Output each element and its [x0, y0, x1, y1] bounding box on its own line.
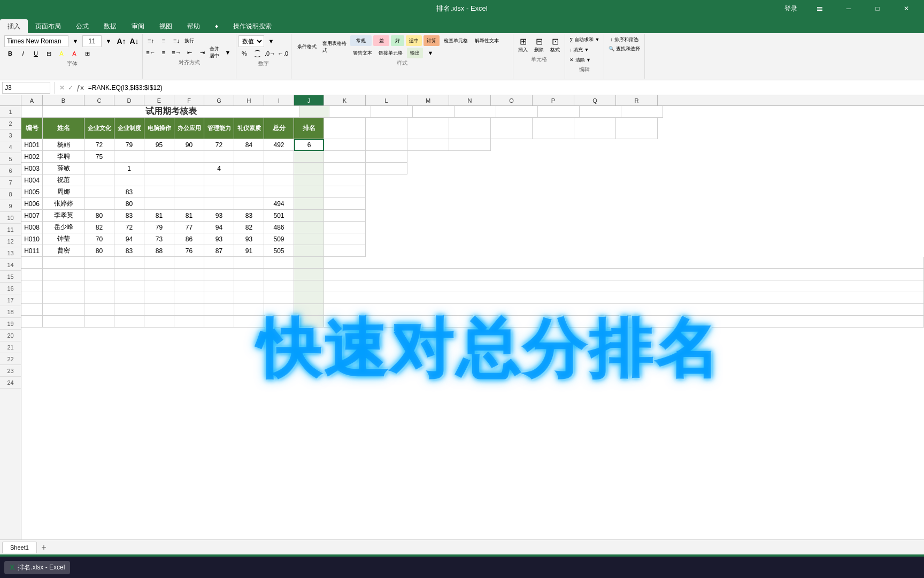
cell-E10[interactable]: 79: [144, 222, 174, 233]
cell-G4[interactable]: [204, 151, 234, 163]
style-dropdown[interactable]: ▼: [425, 48, 436, 58]
cell-I11[interactable]: 509: [264, 233, 294, 245]
font-name-selector[interactable]: Times New Roman: [4, 35, 68, 47]
cell-H8[interactable]: [234, 198, 264, 210]
cell-M2[interactable]: [407, 118, 449, 139]
col-H[interactable]: H: [234, 95, 264, 105]
cell-D8[interactable]: 80: [114, 198, 144, 210]
cell-A10[interactable]: H008: [21, 222, 43, 233]
cell-G5[interactable]: 4: [204, 163, 234, 174]
cell-D10[interactable]: 72: [114, 222, 144, 233]
cell-A12[interactable]: H011: [21, 245, 43, 257]
cell-J8[interactable]: [294, 198, 324, 210]
tab-help[interactable]: 帮助: [180, 19, 207, 33]
italic-button[interactable]: I: [17, 48, 29, 59]
merge-dropdown[interactable]: ▼: [222, 47, 234, 58]
cell-F5[interactable]: [174, 163, 204, 174]
cell-E3[interactable]: 95: [144, 139, 174, 151]
underline-button[interactable]: U: [30, 48, 42, 59]
align-tc[interactable]: ≡: [158, 35, 170, 46]
cell-F7[interactable]: [174, 186, 204, 198]
col-L[interactable]: L: [366, 95, 407, 105]
cell-P2[interactable]: [533, 118, 574, 139]
cell-I8[interactable]: 494: [264, 198, 294, 210]
cell-B11[interactable]: 钟莹: [43, 233, 84, 245]
cell-B7[interactable]: 周娜: [43, 186, 84, 198]
align-left[interactable]: ≡←: [145, 47, 157, 58]
cell-J5[interactable]: [294, 163, 324, 174]
cell-G11[interactable]: 93: [204, 233, 234, 245]
cell-M3[interactable]: [407, 139, 449, 151]
cell-H11[interactable]: 93: [234, 233, 264, 245]
format-btn[interactable]: ⊡ 格式: [548, 35, 563, 55]
cell-F9[interactable]: 81: [174, 210, 204, 222]
style-check[interactable]: 检查单元格: [441, 35, 471, 46]
cell-I2[interactable]: 总分: [264, 118, 294, 139]
cell-F3[interactable]: 90: [174, 139, 204, 151]
cell-J12[interactable]: [294, 245, 324, 257]
cell-J7[interactable]: [294, 186, 324, 198]
cell-B1[interactable]: 试用期考核表: [43, 106, 299, 118]
cell-B3[interactable]: 杨娟: [43, 139, 84, 151]
cell-G6[interactable]: [204, 174, 234, 186]
cell-B12[interactable]: 曹密: [43, 245, 84, 257]
cell-F10[interactable]: 77: [174, 222, 204, 233]
cell-B2[interactable]: 姓名: [43, 118, 84, 139]
ribbon-toggle-button[interactable]: [807, 0, 832, 17]
cell-I10[interactable]: 486: [264, 222, 294, 233]
cell-A1[interactable]: [21, 106, 43, 118]
cell-J3[interactable]: 6: [294, 139, 324, 151]
cell-G8[interactable]: [204, 198, 234, 210]
style-warn[interactable]: 警告文本: [350, 48, 374, 58]
minimize-button[interactable]: ─: [836, 0, 861, 17]
cell-I6[interactable]: [264, 174, 294, 186]
cell-K6[interactable]: [324, 174, 366, 186]
cell-C3[interactable]: 72: [84, 139, 114, 151]
cell-A9[interactable]: H007: [21, 210, 43, 222]
add-sheet-button[interactable]: +: [38, 542, 50, 553]
cell-D11[interactable]: 94: [114, 233, 144, 245]
fill-color-button[interactable]: A: [56, 48, 67, 59]
fill-btn[interactable]: ↓ 填充 ▼: [567, 45, 591, 55]
cell-L4[interactable]: [366, 151, 407, 163]
tab-formulas[interactable]: 公式: [68, 19, 96, 33]
style-normal[interactable]: 常规: [350, 35, 372, 46]
cell-K9[interactable]: [324, 210, 366, 222]
cell-M1[interactable]: [413, 106, 455, 118]
cell-G3[interactable]: 72: [204, 139, 234, 151]
cell-A8[interactable]: H006: [21, 198, 43, 210]
cell-F4[interactable]: [174, 151, 204, 163]
cell-A7[interactable]: H005: [21, 186, 43, 198]
col-O[interactable]: O: [491, 95, 533, 105]
cell-D2[interactable]: 企业制度: [114, 118, 144, 139]
cell-A3[interactable]: H001: [21, 139, 43, 151]
cell-F8[interactable]: [174, 198, 204, 210]
cell-K1[interactable]: [329, 106, 371, 118]
confirm-formula-icon[interactable]: ✓: [68, 84, 73, 92]
delete-btn[interactable]: ⊟ 删除: [532, 35, 546, 55]
col-C[interactable]: C: [84, 95, 114, 105]
cell-C6[interactable]: [84, 174, 114, 186]
cell-K8[interactable]: [324, 198, 366, 210]
cell-O2[interactable]: [491, 118, 533, 139]
insert-function-icon[interactable]: ƒx: [76, 83, 84, 92]
close-button[interactable]: ✕: [894, 0, 919, 17]
style-linked[interactable]: 链接单元格: [376, 48, 405, 58]
cell-H3[interactable]: 84: [234, 139, 264, 151]
clear-btn[interactable]: ✕ 清除 ▼: [567, 56, 593, 65]
cell-R2[interactable]: [616, 118, 658, 139]
tab-extra[interactable]: ♦: [207, 19, 226, 33]
cell-H9[interactable]: 83: [234, 210, 264, 222]
cell-K3[interactable]: [324, 139, 366, 151]
cell-A11[interactable]: H010: [21, 233, 43, 245]
cell-I3[interactable]: 492: [264, 139, 294, 151]
cell-B6[interactable]: 祝茁: [43, 174, 84, 186]
cell-G7[interactable]: [204, 186, 234, 198]
cancel-formula-icon[interactable]: ✕: [59, 84, 65, 92]
cell-E5[interactable]: [144, 163, 174, 174]
cell-F11[interactable]: 86: [174, 233, 204, 245]
col-M[interactable]: M: [407, 95, 449, 105]
find-btn[interactable]: 🔍 查找和选择: [606, 44, 642, 54]
increase-decimal[interactable]: .0→: [264, 48, 276, 59]
number-format-select[interactable]: 数值 常规 文本: [238, 35, 264, 47]
